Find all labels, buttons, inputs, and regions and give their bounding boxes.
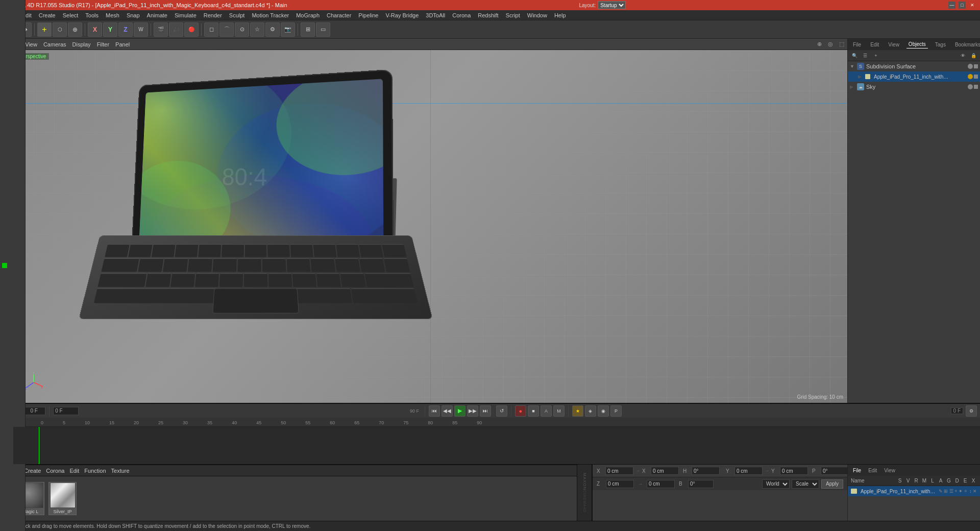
menu-help[interactable]: Help bbox=[551, 11, 570, 19]
prev-frame-button[interactable]: ◀◀ bbox=[442, 405, 453, 417]
world-button[interactable]: W bbox=[134, 22, 148, 37]
menu-snap[interactable]: Snap bbox=[123, 11, 143, 19]
coord-z-input[interactable] bbox=[606, 480, 634, 488]
rotate-y-button[interactable]: Y bbox=[103, 22, 117, 37]
key-all-button[interactable]: ◉ bbox=[598, 405, 609, 417]
mat-menu-corona[interactable]: Corona bbox=[46, 468, 64, 474]
menu-sculpt[interactable]: Sculpt bbox=[226, 11, 249, 19]
go-start-button[interactable]: ⏮ bbox=[429, 405, 440, 417]
obj-sky[interactable]: ▶ ☁ Sky bbox=[848, 82, 980, 92]
vp-menu-panel[interactable]: Panel bbox=[115, 41, 130, 47]
scene-button[interactable]: ⬡ bbox=[53, 22, 67, 37]
mat-menu-create[interactable]: Create bbox=[24, 468, 41, 474]
motion-record-button[interactable]: M bbox=[553, 405, 565, 417]
obj-search-button[interactable]: 🔍 bbox=[850, 51, 859, 60]
attr-tab-file[interactable]: File bbox=[851, 467, 863, 474]
menu-script[interactable]: Script bbox=[502, 11, 524, 19]
effector-button[interactable]: ⚙ bbox=[265, 22, 280, 37]
mat-menu-edit[interactable]: Edit bbox=[69, 468, 79, 474]
snap-button[interactable]: ⊕ bbox=[68, 22, 82, 37]
timeline-tracks[interactable] bbox=[13, 427, 980, 464]
obj-vis-button[interactable]: 👁 bbox=[958, 51, 967, 60]
camera-button[interactable]: 📷 bbox=[281, 22, 295, 37]
frame-input-2[interactable] bbox=[53, 407, 79, 415]
vp-icon-3[interactable]: ⬚ bbox=[839, 41, 844, 47]
record-button[interactable]: ● bbox=[515, 405, 526, 417]
menu-vray[interactable]: V-Ray Bridge bbox=[382, 11, 422, 19]
set-key-button[interactable]: ★ bbox=[572, 405, 583, 417]
deformer-button[interactable]: ☆ bbox=[250, 22, 264, 37]
menu-redshift[interactable]: Redshift bbox=[474, 11, 502, 19]
coord-sz-input[interactable] bbox=[647, 480, 675, 488]
rotate-z-button[interactable]: Z bbox=[118, 22, 133, 37]
maximize-button[interactable]: □ bbox=[959, 2, 966, 9]
close-button[interactable]: ✕ bbox=[969, 2, 976, 9]
menu-window[interactable]: Window bbox=[524, 11, 551, 19]
new-object-button[interactable]: + bbox=[37, 22, 52, 37]
menu-3dtoall[interactable]: 3DToAll bbox=[422, 11, 449, 19]
menu-create[interactable]: Create bbox=[35, 11, 59, 19]
key-pos-button[interactable]: P bbox=[610, 405, 622, 417]
vp-menu-display[interactable]: Display bbox=[72, 41, 91, 47]
obj-lock-button[interactable]: 🔒 bbox=[969, 51, 978, 60]
coord-sy-input[interactable] bbox=[780, 467, 808, 475]
vp-icon-2[interactable]: ◎ bbox=[828, 41, 833, 47]
key-sel-button[interactable]: ◈ bbox=[585, 405, 596, 417]
coord-y-input[interactable] bbox=[734, 467, 763, 475]
menu-mograph[interactable]: MoGraph bbox=[292, 11, 323, 19]
mat-menu-function[interactable]: Function bbox=[84, 468, 106, 474]
render-active-button[interactable]: 🎥 bbox=[169, 22, 183, 37]
vp-menu-filter[interactable]: Filter bbox=[97, 41, 109, 47]
coord-h-input[interactable] bbox=[692, 467, 720, 475]
coord-b-input[interactable] bbox=[688, 480, 714, 488]
menu-character[interactable]: Character bbox=[323, 11, 355, 19]
layout-dropdown[interactable]: Startup bbox=[598, 1, 626, 9]
current-frame-input[interactable] bbox=[22, 407, 45, 415]
obj-tab-bookmarks[interactable]: Bookmarks bbox=[953, 41, 980, 49]
timeline-settings-button[interactable]: ⚙ bbox=[966, 405, 977, 417]
grid-button[interactable]: ⊞ bbox=[301, 22, 315, 37]
menu-pipeline[interactable]: Pipeline bbox=[355, 11, 382, 19]
menu-simulate[interactable]: Simulate bbox=[171, 11, 200, 19]
obj-tab-objects[interactable]: Objects bbox=[906, 40, 928, 49]
attr-obj-row[interactable]: Apple_iPad_Pro_11_inch_with_Magic_Keyboa… bbox=[848, 486, 980, 496]
render-region-button[interactable]: 🎬 bbox=[154, 22, 168, 37]
vp-menu-view[interactable]: View bbox=[25, 41, 37, 47]
obj-subdivision-surface[interactable]: ▼ S Subdivision Surface bbox=[848, 61, 980, 71]
obj-filter-button[interactable]: ☰ bbox=[861, 51, 870, 60]
poly-button[interactable]: ◻ bbox=[204, 22, 218, 37]
vp-icon-1[interactable]: ⊕ bbox=[817, 41, 822, 47]
floor-button[interactable]: ▭ bbox=[316, 22, 330, 37]
spline-button[interactable]: ⌒ bbox=[219, 22, 234, 37]
rotate-x-button[interactable]: X bbox=[88, 22, 102, 37]
mat-menu-texture[interactable]: Texture bbox=[111, 468, 130, 474]
obj-add-button[interactable]: + bbox=[871, 51, 880, 60]
attr-tab-view[interactable]: View bbox=[882, 467, 897, 474]
menu-render[interactable]: Render bbox=[200, 11, 226, 19]
nurbs-button[interactable]: ⊙ bbox=[235, 22, 249, 37]
obj-tab-view[interactable]: View bbox=[886, 41, 901, 49]
scale-dropdown[interactable]: Scale bbox=[792, 479, 819, 489]
menu-corona[interactable]: Corona bbox=[449, 11, 474, 19]
apply-button[interactable]: Apply bbox=[821, 479, 843, 489]
coord-sx-input[interactable] bbox=[651, 467, 679, 475]
menu-motion-tracker[interactable]: Motion Tracker bbox=[248, 11, 292, 19]
coord-x-input[interactable] bbox=[605, 467, 633, 475]
loop-button[interactable]: ↺ bbox=[496, 405, 507, 417]
coord-p-input[interactable] bbox=[821, 467, 849, 475]
auto-key-button[interactable]: A bbox=[541, 405, 552, 417]
obj-tab-tags[interactable]: Tags bbox=[933, 41, 948, 49]
menu-tools[interactable]: Tools bbox=[82, 11, 102, 19]
obj-tab-file[interactable]: File bbox=[851, 41, 863, 49]
render-button[interactable]: 🔴 bbox=[184, 22, 199, 37]
stop-record-button[interactable]: ■ bbox=[528, 405, 539, 417]
menu-select[interactable]: Select bbox=[59, 11, 82, 19]
go-end-button[interactable]: ⏭ bbox=[480, 405, 491, 417]
obj-ipad-model[interactable]: ▶ Apple_iPad_Pro_11_inch_with_Magic_Keyb… bbox=[848, 71, 980, 82]
menu-animate[interactable]: Animate bbox=[143, 11, 171, 19]
next-frame-button[interactable]: ▶▶ bbox=[467, 405, 478, 417]
viewport-3d[interactable]: 80:4 bbox=[13, 50, 847, 403]
play-button[interactable]: ▶ bbox=[454, 405, 465, 417]
material-silver[interactable]: Silver_IP bbox=[48, 482, 77, 515]
attr-tab-edit[interactable]: Edit bbox=[866, 467, 879, 474]
